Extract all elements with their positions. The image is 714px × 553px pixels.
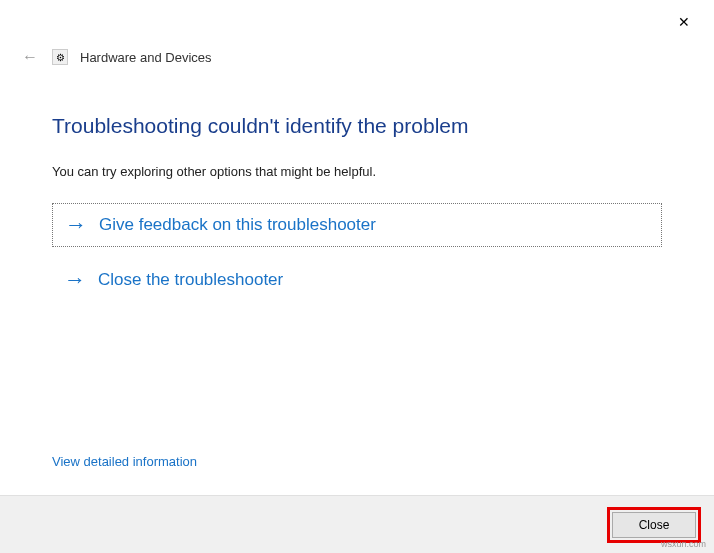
back-arrow-icon[interactable]: ← — [20, 47, 40, 67]
breadcrumb: Hardware and Devices — [80, 50, 212, 65]
option-label: Give feedback on this troubleshooter — [99, 215, 376, 235]
option-close-troubleshooter[interactable]: → Close the troubleshooter — [52, 259, 662, 301]
content-area: Troubleshooting couldn't identify the pr… — [0, 70, 714, 301]
footer: Close — [0, 495, 714, 553]
arrow-right-icon: → — [64, 269, 86, 291]
header: ← ⚙ Hardware and Devices — [0, 40, 714, 70]
page-subtext: You can try exploring other options that… — [52, 164, 662, 179]
arrow-right-icon: → — [65, 214, 87, 236]
titlebar: ✕ — [0, 0, 714, 40]
devices-icon: ⚙ — [52, 49, 68, 65]
page-title: Troubleshooting couldn't identify the pr… — [52, 114, 662, 138]
view-detailed-info-link[interactable]: View detailed information — [52, 454, 197, 469]
watermark: wsxun.com — [661, 539, 706, 549]
close-icon[interactable]: ✕ — [666, 8, 702, 36]
option-give-feedback[interactable]: → Give feedback on this troubleshooter — [52, 203, 662, 247]
option-label: Close the troubleshooter — [98, 270, 283, 290]
close-button[interactable]: Close — [612, 512, 696, 538]
